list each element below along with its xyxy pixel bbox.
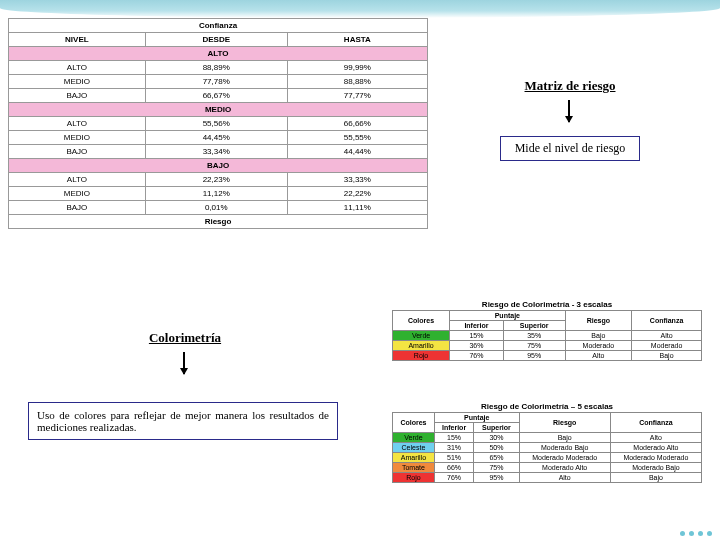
- table-cell: 51%: [434, 453, 473, 463]
- table-cell: BAJO: [9, 145, 146, 159]
- table-cell: 0,01%: [145, 201, 287, 215]
- table-cell: 99,99%: [287, 61, 427, 75]
- color5-title: Riesgo de Colorimetría – 5 escalas: [392, 402, 702, 411]
- table-cell: Bajo: [610, 473, 701, 483]
- table-cell: Alto: [565, 351, 632, 361]
- color3-table-wrap: Riesgo de Colorimetría - 3 escalas Color…: [392, 300, 702, 361]
- table-cell: 33,34%: [145, 145, 287, 159]
- color5-table-wrap: Riesgo de Colorimetría – 5 escalas Color…: [392, 402, 702, 483]
- riesgo-footer: Riesgo: [9, 215, 428, 229]
- table-cell: Moderado Bajo: [519, 443, 610, 453]
- color-cell: Verde: [393, 331, 450, 341]
- table-cell: 95%: [503, 351, 565, 361]
- table-cell: MEDIO: [9, 75, 146, 89]
- table-cell: ALTO: [9, 61, 146, 75]
- table-cell: MEDIO: [9, 131, 146, 145]
- table-cell: Alto: [610, 433, 701, 443]
- color5-h-inf: Inferior: [434, 423, 473, 433]
- color3-h-colores: Colores: [393, 311, 450, 331]
- table-cell: Alto: [632, 331, 702, 341]
- color-cell: Rojo: [393, 473, 435, 483]
- confianza-title: Confianza: [9, 19, 428, 33]
- box-mide: Mide el nivel de riesgo: [500, 136, 640, 161]
- box-uso-colores: Uso de colores para reflejar de mejor ma…: [28, 402, 338, 440]
- color3-h-sup: Superior: [503, 321, 565, 331]
- color3-h-puntaje: Puntaje: [450, 311, 566, 321]
- color-cell: Amarillo: [393, 341, 450, 351]
- table-cell: 22,23%: [145, 173, 287, 187]
- color3-h-conf: Confianza: [632, 311, 702, 331]
- table-cell: 88,89%: [145, 61, 287, 75]
- table-cell: MEDIO: [9, 187, 146, 201]
- confianza-table: Confianza NIVEL DESDE HASTA ALTOALTO88,8…: [8, 18, 428, 229]
- table-cell: 76%: [434, 473, 473, 483]
- arrow-icon: [183, 352, 185, 374]
- color3-table: Colores Puntaje Riesgo Confianza Inferio…: [392, 310, 702, 361]
- color-cell: Amarillo: [393, 453, 435, 463]
- table-cell: Bajo: [565, 331, 632, 341]
- table-cell: 95%: [474, 473, 519, 483]
- table-cell: 75%: [503, 341, 565, 351]
- color3-title: Riesgo de Colorimetría - 3 escalas: [392, 300, 702, 309]
- table-cell: BAJO: [9, 89, 146, 103]
- table-cell: Alto: [519, 473, 610, 483]
- arrow-icon: [568, 100, 570, 122]
- group-label: ALTO: [9, 47, 428, 61]
- table-cell: 31%: [434, 443, 473, 453]
- table-cell: 50%: [474, 443, 519, 453]
- table-cell: 65%: [474, 453, 519, 463]
- table-cell: BAJO: [9, 201, 146, 215]
- col-hasta: HASTA: [287, 33, 427, 47]
- table-cell: Moderado Alto: [610, 443, 701, 453]
- table-cell: 15%: [450, 331, 504, 341]
- table-cell: ALTO: [9, 117, 146, 131]
- table-cell: 66,67%: [145, 89, 287, 103]
- table-cell: 36%: [450, 341, 504, 351]
- col-desde: DESDE: [145, 33, 287, 47]
- table-cell: 88,88%: [287, 75, 427, 89]
- group-label: BAJO: [9, 159, 428, 173]
- color3-h-riesgo: Riesgo: [565, 311, 632, 331]
- table-cell: 55,56%: [145, 117, 287, 131]
- table-cell: 66%: [434, 463, 473, 473]
- table-cell: Moderado Bajo: [610, 463, 701, 473]
- table-cell: 44,44%: [287, 145, 427, 159]
- table-cell: 33,33%: [287, 173, 427, 187]
- table-cell: Moderado Alto: [519, 463, 610, 473]
- footer-dots-icon: [680, 531, 712, 536]
- table-cell: 35%: [503, 331, 565, 341]
- color-cell: Rojo: [393, 351, 450, 361]
- color5-table: Colores Puntaje Riesgo Confianza Inferio…: [392, 412, 702, 483]
- table-cell: 66,66%: [287, 117, 427, 131]
- group-label: MEDIO: [9, 103, 428, 117]
- table-cell: Bajo: [632, 351, 702, 361]
- table-cell: Moderado Moderado: [519, 453, 610, 463]
- table-cell: 22,22%: [287, 187, 427, 201]
- table-cell: 15%: [434, 433, 473, 443]
- table-cell: 11,11%: [287, 201, 427, 215]
- color-cell: Tomate: [393, 463, 435, 473]
- table-cell: 44,45%: [145, 131, 287, 145]
- color3-h-inf: Inferior: [450, 321, 504, 331]
- table-cell: 76%: [450, 351, 504, 361]
- table-cell: Moderado: [632, 341, 702, 351]
- table-cell: 77,77%: [287, 89, 427, 103]
- table-cell: 30%: [474, 433, 519, 443]
- table-cell: 77,78%: [145, 75, 287, 89]
- confianza-table-wrap: Confianza NIVEL DESDE HASTA ALTOALTO88,8…: [8, 18, 428, 229]
- color5-h-colores: Colores: [393, 413, 435, 433]
- table-cell: 11,12%: [145, 187, 287, 201]
- table-cell: ALTO: [9, 173, 146, 187]
- table-cell: Moderado: [565, 341, 632, 351]
- color5-h-sup: Superior: [474, 423, 519, 433]
- col-nivel: NIVEL: [9, 33, 146, 47]
- color5-h-conf: Confianza: [610, 413, 701, 433]
- color-cell: Verde: [393, 433, 435, 443]
- table-cell: 75%: [474, 463, 519, 473]
- table-cell: Bajo: [519, 433, 610, 443]
- header-wave: [0, 0, 720, 18]
- table-cell: 55,55%: [287, 131, 427, 145]
- heading-matriz: Matriz de riesgo: [490, 78, 650, 94]
- color-cell: Celeste: [393, 443, 435, 453]
- heading-colorimetria: Colorimetría: [115, 330, 255, 346]
